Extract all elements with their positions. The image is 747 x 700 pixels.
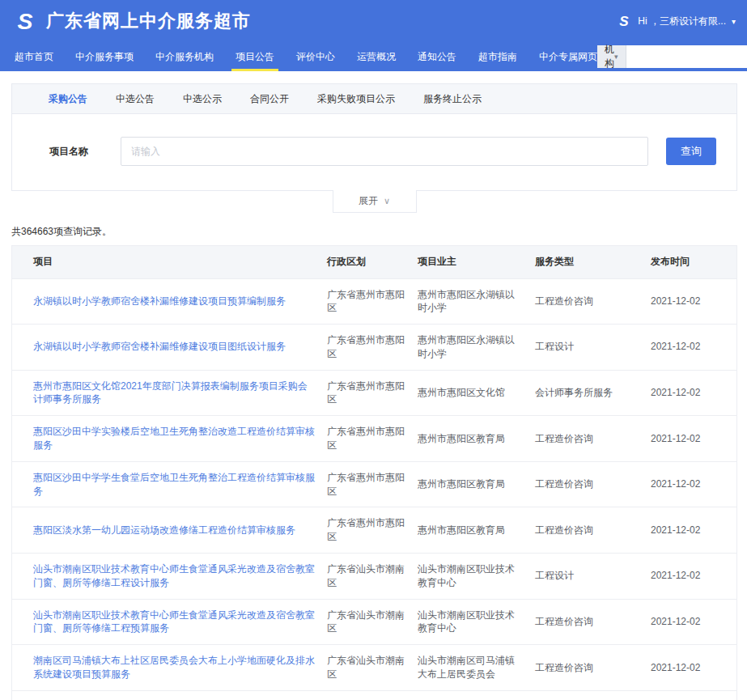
region-cell: 广东省惠州市惠阳区 [327,507,418,554]
type-cell: 工程设计 [535,690,651,700]
table-header-row: 项目 行政区划 项目业主 服务类型 发布时间 [12,246,736,278]
nav-item-label: 中介服务事项 [75,50,134,64]
nav-item[interactable]: 超市指南 [478,42,517,71]
nav-item-label: 评价中心 [296,50,335,64]
user-caret-down-icon: ▾ [732,17,736,26]
project-link[interactable]: 汕头市潮南区职业技术教育中心师生食堂通风采光改造及宿舍教室门窗、厕所等修缮工程预… [33,609,315,634]
project-cell: 惠阳区沙田中学学生食堂后空地卫生死角整治工程造价结算审核服务 [12,461,327,507]
user-menu[interactable]: S Hi ，三桥设计有限... ▾ [616,14,736,28]
project-cell: 惠阳区淡水第一幼儿园运动场改造修缮工程造价结算审核服务 [12,507,327,554]
region-cell: 广东省汕头市潮南区 [327,690,418,700]
nav-item[interactable]: 中介服务机构 [155,42,214,71]
owner-cell: 汕头市潮南区职业技术教育中心 [418,554,535,600]
region-cell: 广东省汕头市潮南区 [327,599,418,645]
announcement-tabs: 采购公告 中选公告 中选公示 合同公开 采购失败项目公示 服务终止公示 [12,84,736,114]
results-table: 项目 行政区划 项目业主 服务类型 发布时间 永湖镇以时小学教师宿舍楼补漏维修建… [12,246,736,700]
announcement-tab[interactable]: 中选公示 [183,92,222,106]
date-cell: 2021-12-02 [651,645,736,691]
chevron-down-icon: ∨ [384,196,390,206]
nav-item-label: 中介专属网页 [539,50,597,64]
owner-cell: 汕头市潮南区职业技术教育中心 [418,599,535,645]
result-count: 共364663项查询记录。 [11,225,747,239]
project-link[interactable]: 惠州市惠阳区文化馆2021年度部门决算报表编制服务项目采购会计师事务所服务 [33,380,308,405]
column-header-project: 项目 [12,246,327,278]
date-cell: 2021-12-02 [651,416,736,462]
site-logo-icon: S [11,9,39,33]
region-cell: 广东省惠州市惠阳区 [327,416,418,462]
announcement-tab[interactable]: 服务终止公示 [423,92,482,106]
table-row: 惠阳区淡水第一幼儿园运动场改造修缮工程造价结算审核服务 广东省惠州市惠阳区 惠州… [12,507,736,554]
type-cell: 工程造价咨询 [535,278,651,325]
expand-filters-button[interactable]: 展开 ∨ [333,190,417,213]
search-category-select[interactable]: 机构 ▾ [597,45,626,68]
announcement-tab[interactable]: 采购公告 [49,92,87,106]
project-link[interactable]: 永湖镇以时小学教师宿舍楼补漏维修建设项目图纸设计服务 [33,341,286,352]
table-row: 惠阳区沙田中学实验楼后空地卫生死角整治改造工程造价结算审核服务 广东省惠州市惠阳… [12,416,736,462]
nav-item[interactable]: 中介专属网页 [539,42,597,71]
owner-cell: 惠州市惠阳区教育局 [418,416,535,462]
site-title: 广东省网上中介服务超市 [46,9,251,33]
nav-item[interactable]: 运营概况 [357,42,396,71]
nav-item[interactable]: 评价中心 [296,42,335,71]
project-cell: 潮南区司马浦镇大布上社区居民委员会大布上小学地面硬化及排水系统建设项目预算服务 [12,645,327,691]
date-cell: 2021-12-02 [651,461,736,507]
nav-item-label: 超市指南 [478,50,517,64]
table-body: 永湖镇以时小学教师宿舍楼补漏维修建设项目预算编制服务 广东省惠州市惠阳区 惠州市… [12,278,736,700]
user-greeting: Hi ，三桥设计有限... [638,15,726,28]
project-cell: 永湖镇以时小学教师宿舍楼补漏维修建设项目图纸设计服务 [12,325,327,371]
announcement-tab[interactable]: 中选公告 [116,92,155,106]
project-name-label: 项目名称 [49,145,121,159]
table-row: 汕头市潮南区职业技术教育中心师生食堂通风采光改造及宿舍教室门窗、厕所等修缮工程预… [12,599,736,645]
project-link[interactable]: 惠阳区淡水第一幼儿园运动场改造修缮工程造价结算审核服务 [33,524,295,536]
region-cell: 广东省惠州市惠阳区 [327,325,418,371]
announcement-tab[interactable]: 采购失败项目公示 [317,92,395,106]
table-row: 潮南区司马浦镇大布上社区居民委员会大布上小学地面硬化及排水系统建设项目预算服务 … [12,645,736,691]
expand-label: 展开 [359,194,378,208]
nav-item[interactable]: 中介服务事项 [75,42,134,71]
announcement-tab[interactable]: 合同公开 [250,92,289,106]
date-cell: 2021-12-02 [651,599,736,645]
project-link[interactable]: 惠阳区沙田中学实验楼后空地卫生死角整治改造工程造价结算审核服务 [33,426,315,451]
nav-item[interactable]: 项目公告 [236,42,274,71]
date-cell: 2021-12-02 [651,325,736,371]
owner-cell: 惠州市惠阳区永湖镇以时小学 [418,325,535,371]
owner-cell: 汕头市潮南区司马浦镇大布上居民委员会 [418,690,535,700]
date-cell: 2021-12-02 [651,690,736,700]
project-link[interactable]: 永湖镇以时小学教师宿舍楼补漏维修建设项目预算编制服务 [33,295,286,307]
column-header-region: 行政区划 [327,246,418,278]
svg-text:S: S [620,14,630,28]
column-header-owner: 项目业主 [418,246,535,278]
project-link[interactable]: 汕头市潮南区职业技术教育中心师生食堂通风采光改造及宿舍教室门窗、厕所等修缮工程设… [33,563,315,588]
region-cell: 广东省惠州市惠阳区 [327,278,418,325]
region-cell: 广东省汕头市潮南区 [327,554,418,600]
results-table-panel: 项目 行政区划 项目业主 服务类型 发布时间 永湖镇以时小学教师宿舍楼补漏维修建… [11,245,737,700]
type-cell: 工程设计 [535,554,651,600]
owner-cell: 汕头市潮南区司马浦镇大布上居民委员会 [418,645,535,691]
header-search: 机构 ▾ [597,45,747,68]
tab-label: 合同公开 [250,93,289,104]
owner-cell: 惠州市惠阳区文化馆 [418,370,535,416]
main-nav-row: 超市首页 中介服务事项 中介服务机构 项目公告 评价中心 [0,42,747,71]
date-cell: 2021-12-02 [651,554,736,600]
owner-cell: 惠州市惠阳区教育局 [418,461,535,507]
owner-cell: 惠州市惠阳区永湖镇以时小学 [418,278,535,325]
org-search-input[interactable] [626,45,747,68]
nav-item-label: 项目公告 [236,50,274,64]
user-logo-icon: S [616,14,632,28]
project-link[interactable]: 潮南区司马浦镇大布上社区居民委员会大布上小学地面硬化及排水系统建设项目预算服务 [33,655,315,680]
owner-cell: 惠州市惠阳区教育局 [418,507,535,554]
project-name-form-row: 项目名称 查询 [12,114,736,190]
table-row: 惠州市惠阳区文化馆2021年度部门决算报表编制服务项目采购会计师事务所服务 广东… [12,370,736,416]
project-name-input[interactable] [121,137,648,166]
column-header-date: 发布时间 [651,246,736,278]
nav-item[interactable]: 超市首页 [15,42,53,71]
brand-row: S 广东省网上中介服务超市 S Hi ，三桥设计有限... ▾ [0,0,747,42]
type-cell: 工程造价咨询 [535,645,651,691]
table-row: 潮南区司马浦镇大布上社区居民委员会大布上小学地面硬化及排水系统建设项目施工图纸设… [12,690,736,700]
project-cell: 汕头市潮南区职业技术教育中心师生食堂通风采光改造及宿舍教室门窗、厕所等修缮工程预… [12,599,327,645]
tab-label: 采购失败项目公示 [317,93,395,104]
region-cell: 广东省惠州市惠阳区 [327,461,418,507]
project-link[interactable]: 惠阳区沙田中学学生食堂后空地卫生死角整治工程造价结算审核服务 [33,472,315,497]
query-button[interactable]: 查询 [666,138,716,165]
nav-item[interactable]: 通知公告 [418,42,456,71]
